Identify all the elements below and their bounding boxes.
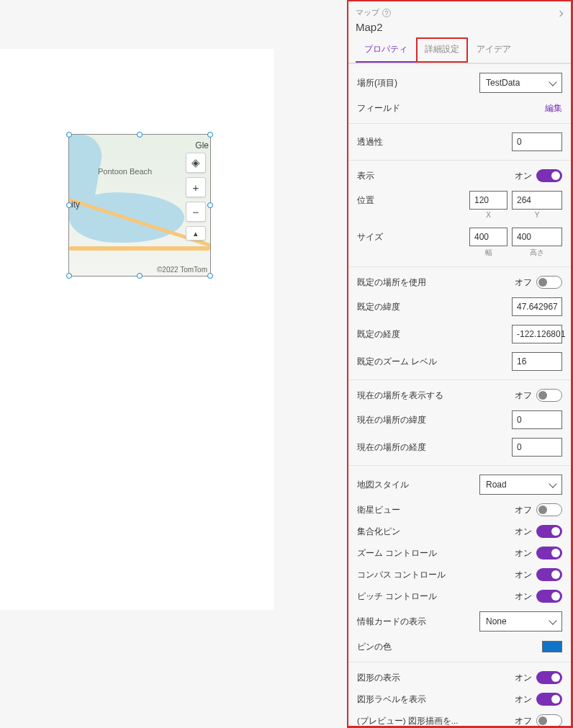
pos-x-input[interactable]: 120 bbox=[469, 191, 507, 210]
cluster-pins-label: 集合化ピン bbox=[357, 526, 515, 538]
visible-toggle[interactable] bbox=[536, 169, 562, 182]
resize-handle[interactable] bbox=[207, 202, 213, 208]
default-lon-label: 既定の経度 bbox=[357, 328, 512, 341]
default-zoom-input[interactable]: 16 bbox=[512, 352, 562, 371]
map-label: Gle bbox=[195, 140, 209, 150]
shape-labels-label: 図形ラベルを表示 bbox=[357, 693, 515, 706]
items-value: TestData bbox=[486, 78, 550, 88]
map-inline-controls: ◈ + − ▴ bbox=[186, 153, 206, 241]
transparency-label: 透過性 bbox=[357, 136, 512, 148]
map-preview: Pontoon Beach ity Gle ©2022 TomTom ◈ + −… bbox=[69, 135, 210, 276]
pos-x-sublabel: X bbox=[486, 211, 491, 219]
show-current-state: オフ bbox=[515, 390, 532, 402]
pos-y-input[interactable]: 264 bbox=[512, 191, 562, 210]
canvas-area[interactable]: Pontoon Beach ity Gle ©2022 TomTom ◈ + −… bbox=[0, 49, 274, 610]
height-sublabel: 高さ bbox=[530, 248, 544, 258]
properties-panel: マップ ? Map2 プロパティ 詳細設定 アイデア 場所(項目) TestDa… bbox=[347, 0, 573, 728]
transparency-input[interactable]: 0 bbox=[512, 132, 562, 151]
size-label: サイズ bbox=[357, 228, 469, 243]
pitch-button[interactable]: ▴ bbox=[186, 226, 206, 241]
tab-advanced[interactable]: 詳細設定 bbox=[416, 37, 468, 63]
map-attribution: ©2022 TomTom bbox=[157, 266, 207, 274]
resize-handle[interactable] bbox=[207, 132, 213, 138]
zoom-in-button[interactable]: + bbox=[186, 177, 206, 197]
info-card-dropdown[interactable]: None bbox=[479, 611, 562, 632]
resize-handle[interactable] bbox=[137, 273, 143, 279]
zoom-control-toggle[interactable] bbox=[536, 547, 562, 560]
chevron-down-icon bbox=[549, 480, 556, 487]
control-name[interactable]: Map2 bbox=[356, 21, 564, 33]
width-sublabel: 幅 bbox=[485, 248, 492, 258]
resize-handle[interactable] bbox=[66, 132, 72, 138]
pos-y-sublabel: Y bbox=[535, 211, 540, 219]
resize-handle[interactable] bbox=[66, 273, 72, 279]
map-control-selected[interactable]: Pontoon Beach ity Gle ©2022 TomTom ◈ + −… bbox=[68, 134, 211, 277]
width-input[interactable]: 400 bbox=[469, 228, 507, 246]
map-style-label: 地図スタイル bbox=[357, 479, 479, 491]
current-lon-label: 現在の場所の経度 bbox=[357, 442, 512, 453]
resize-handle[interactable] bbox=[207, 273, 213, 279]
road-line bbox=[69, 246, 210, 251]
map-style-value: Road bbox=[486, 480, 550, 490]
map-label: Pontoon Beach bbox=[98, 167, 152, 176]
default-lat-input[interactable]: 47.642967 bbox=[512, 297, 562, 316]
tab-ideas[interactable]: アイデア bbox=[468, 37, 520, 63]
items-dropdown[interactable]: TestData bbox=[479, 73, 562, 93]
pitch-control-toggle[interactable] bbox=[536, 590, 562, 603]
compass-control-toggle[interactable] bbox=[536, 568, 562, 581]
use-default-loc-toggle[interactable] bbox=[536, 276, 562, 289]
resize-handle[interactable] bbox=[137, 132, 143, 138]
use-default-loc-label: 既定の場所を使用 bbox=[357, 277, 515, 289]
visible-label: 表示 bbox=[357, 170, 515, 182]
map-style-dropdown[interactable]: Road bbox=[479, 475, 562, 495]
shapes-show-label: 図形の表示 bbox=[357, 672, 515, 684]
pin-color-swatch[interactable] bbox=[542, 641, 562, 652]
shapes-show-toggle[interactable] bbox=[536, 671, 562, 684]
default-zoom-label: 既定のズーム レベル bbox=[357, 356, 512, 368]
compass-control-label: コンパス コントロール bbox=[357, 569, 515, 581]
cluster-pins-toggle[interactable] bbox=[536, 525, 562, 538]
shape-drawing-toggle[interactable] bbox=[536, 714, 562, 727]
fields-label: フィールド bbox=[357, 102, 545, 114]
tab-properties[interactable]: プロパティ bbox=[356, 37, 416, 63]
show-current-toggle[interactable] bbox=[536, 389, 562, 402]
items-label: 場所(項目) bbox=[357, 77, 479, 89]
visible-state: オン bbox=[515, 170, 532, 182]
default-lon-input[interactable]: -122.126801 bbox=[512, 325, 562, 343]
current-lat-label: 現在の場所の緯度 bbox=[357, 415, 512, 426]
info-card-label: 情報カードの表示 bbox=[357, 616, 479, 628]
chevron-down-icon bbox=[549, 616, 556, 624]
shape-drawing-label: (プレビュー) 図形描画を... bbox=[357, 716, 515, 727]
show-current-label: 現在の場所を表示する bbox=[357, 390, 515, 401]
compass-icon[interactable]: ◈ bbox=[186, 153, 206, 173]
use-default-loc-state: オフ bbox=[515, 277, 532, 289]
help-icon[interactable]: ? bbox=[382, 9, 391, 17]
zoom-out-button[interactable]: − bbox=[186, 202, 206, 222]
shape-labels-toggle[interactable] bbox=[536, 693, 562, 706]
height-input[interactable]: 400 bbox=[512, 228, 562, 246]
satellite-label: 衛星ビュー bbox=[357, 504, 515, 516]
pitch-control-label: ピッチ コントロール bbox=[357, 590, 515, 603]
resize-handle[interactable] bbox=[66, 202, 72, 208]
current-lat-input[interactable]: 0 bbox=[512, 410, 562, 429]
chevron-down-icon bbox=[549, 78, 556, 86]
control-type-label: マップ ? bbox=[356, 7, 564, 18]
pin-color-label: ピンの色 bbox=[357, 641, 542, 653]
info-card-value: None bbox=[486, 616, 550, 626]
zoom-control-label: ズーム コントロール bbox=[357, 547, 515, 560]
current-lon-input[interactable]: 0 bbox=[512, 438, 562, 457]
tabs: プロパティ 詳細設定 アイデア bbox=[348, 37, 571, 63]
satellite-toggle[interactable] bbox=[536, 503, 562, 516]
position-label: 位置 bbox=[357, 191, 469, 207]
fields-edit-link[interactable]: 編集 bbox=[545, 102, 562, 114]
map-label: ity bbox=[71, 199, 80, 210]
default-lat-label: 既定の緯度 bbox=[357, 301, 512, 313]
type-text: マップ bbox=[356, 7, 379, 18]
